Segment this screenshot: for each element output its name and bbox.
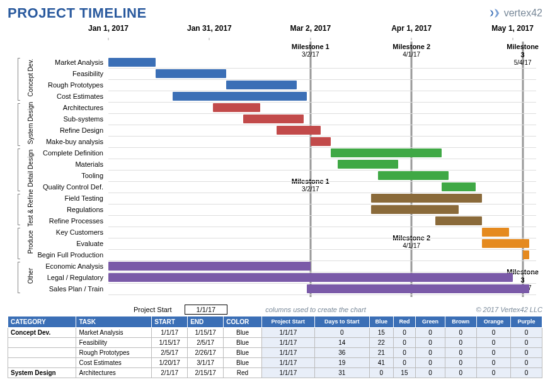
task-label: Market Analysis [11,59,106,66]
table-cell[interactable]: 0 [476,348,510,358]
table-cell[interactable]: 0 [476,328,510,338]
table-cell[interactable]: 0 [445,348,476,358]
table-cell[interactable]: Concept Dev. [8,328,76,338]
table-cell[interactable] [8,358,76,368]
table-cell[interactable]: 14 [314,338,369,348]
table-cell[interactable]: 1/1/17 [152,328,188,338]
table-cell[interactable]: 1/1/17 [261,328,314,338]
table-cell[interactable]: 0 [445,368,476,378]
task-label: Cost Estimates [11,92,106,100]
table-cell[interactable]: 1/15/17 [152,338,188,348]
gantt-row: Cost Estimates [8,91,536,102]
group-bracket [18,262,20,293]
table-cell[interactable]: 1/20/17 [152,358,188,368]
table-header: Brown [445,316,476,328]
table-cell[interactable]: 0 [445,328,476,338]
table-cell[interactable]: 1/1/17 [261,338,314,348]
table-cell[interactable]: 0 [476,338,510,348]
project-start-value[interactable]: 1/1/17 [185,305,228,315]
table-cell[interactable]: 2/5/17 [188,338,224,348]
gantt-row: Market Analysis [8,57,536,68]
table-cell[interactable]: 22 [369,338,393,348]
table-cell[interactable]: 36 [314,348,369,358]
table-cell[interactable]: 0 [415,358,445,368]
table-cell[interactable]: Blue [224,338,262,348]
table-cell[interactable]: 41 [369,358,393,368]
gantt-bar [156,69,226,78]
group-label: Concept Dev. [27,53,34,103]
table-cell[interactable]: 0 [415,338,445,348]
table-cell[interactable]: Rough Prototypes [76,348,152,358]
gantt-bar [523,250,530,259]
table-cell[interactable]: 0 [393,358,415,368]
gantt-bar [108,58,156,67]
table-cell[interactable]: 15 [369,328,393,338]
table-cell[interactable]: 1/1/17 [261,358,314,368]
gantt-row: Field Testing [8,193,536,204]
table-cell[interactable]: 0 [511,348,542,358]
table-cell[interactable]: Cost Estimates [76,358,152,368]
table-cell[interactable]: 1/1/17 [261,368,314,378]
table-header: END [188,316,224,328]
gantt-row: Rough Prototypes [8,79,536,91]
gantt-row: Complete Definition [8,147,536,159]
table-cell[interactable]: 2/1/17 [152,368,188,378]
table-cell[interactable]: Blue [224,348,262,358]
table-cell[interactable]: Blue [224,358,262,368]
table-cell[interactable]: 15 [393,368,415,378]
task-label: Feasibility [11,70,106,77]
group-label: System Design [27,98,34,148]
task-label: Refine Processes [11,217,106,225]
table-cell[interactable]: Architectures [76,368,152,378]
header: PROJECT TIMELINE vertex42 [8,5,542,21]
task-label: Complete Definition [11,149,106,157]
table-cell[interactable]: 31 [314,368,369,378]
table-header: CATEGORY [8,316,76,328]
table-cell[interactable]: Market Analysis [76,328,152,338]
table-cell[interactable]: 0 [511,358,542,368]
table-cell[interactable]: 0 [415,368,445,378]
task-label: Field Testing [11,194,106,202]
table-cell[interactable]: 0 [511,338,542,348]
table-cell[interactable]: 0 [476,358,510,368]
table-cell[interactable]: 2/5/17 [152,348,188,358]
table-row: Cost Estimates1/20/173/1/17Blue1/1/17194… [8,358,542,368]
table-cell[interactable] [8,338,76,348]
group-bracket [18,194,20,225]
gantt-row: Refine Design [8,125,536,136]
table-cell[interactable]: 21 [369,348,393,358]
table-cell[interactable]: Red [224,368,262,378]
table-cell[interactable]: 0 [314,328,369,338]
table-cell[interactable]: 0 [445,338,476,348]
task-label: Sub-systems [11,115,106,123]
task-label: Rough Prototypes [11,81,106,89]
table-cell[interactable]: 0 [476,368,510,378]
table-cell[interactable] [8,348,76,358]
gantt-bar [243,115,304,123]
table-cell[interactable]: System Design [8,368,76,378]
gantt-bar [307,284,529,293]
table-cell[interactable]: Blue [224,328,262,338]
table-cell[interactable]: 0 [415,328,445,338]
table-cell[interactable]: 2/26/17 [188,348,224,358]
page-title: PROJECT TIMELINE [8,5,147,21]
table-cell[interactable]: 1/1/17 [261,348,314,358]
group-bracket [18,58,20,101]
group-label: Other [27,251,34,301]
table-cell[interactable]: 0 [511,368,542,378]
table-cell[interactable]: 0 [511,328,542,338]
gantt-bar [277,126,321,135]
table-cell[interactable]: 19 [314,358,369,368]
table-cell[interactable]: 0 [445,358,476,368]
table-cell[interactable]: 0 [393,348,415,358]
table-cell[interactable]: Feasibility [76,338,152,348]
table-cell[interactable]: 0 [393,338,415,348]
logo-icon [488,6,501,20]
table-cell[interactable]: 0 [369,368,393,378]
gantt-bar [108,262,311,271]
table-cell[interactable]: 1/15/17 [188,328,224,338]
table-cell[interactable]: 3/1/17 [188,358,224,368]
table-cell[interactable]: 2/15/17 [188,368,224,378]
table-cell[interactable]: 0 [393,328,415,338]
table-cell[interactable]: 0 [415,348,445,358]
